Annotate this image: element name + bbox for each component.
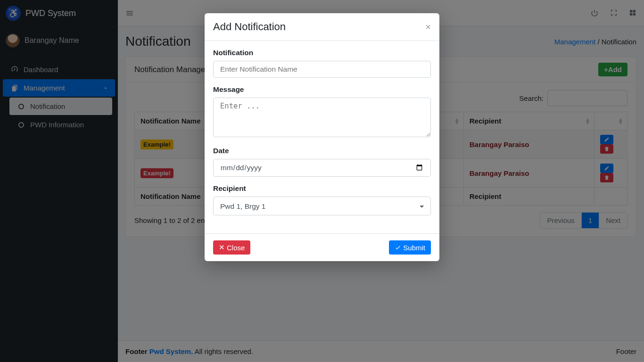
check-icon	[395, 244, 401, 251]
recipient-select[interactable]: Pwd 1, Brgy 1	[213, 197, 431, 215]
add-notification-modal: Add Notification × Notification Message …	[205, 13, 439, 261]
close-button[interactable]: ✕ Close	[213, 240, 250, 255]
submit-button[interactable]: Submit	[389, 240, 431, 255]
label-message: Message	[213, 85, 431, 94]
label-date: Date	[213, 147, 431, 155]
message-textarea[interactable]	[213, 98, 431, 137]
modal-header: Add Notification ×	[205, 13, 439, 41]
modal-body: Notification Message Date Recipient Pwd …	[205, 41, 439, 225]
modal-title: Add Notification	[213, 21, 286, 33]
close-icon[interactable]: ×	[425, 22, 431, 33]
times-icon: ✕	[219, 243, 225, 252]
date-input[interactable]	[213, 159, 431, 177]
label-notification: Notification	[213, 49, 431, 57]
notification-name-input[interactable]	[213, 61, 431, 78]
modal-footer: ✕ Close Submit	[205, 233, 439, 261]
label-recipient: Recipient	[213, 184, 431, 193]
